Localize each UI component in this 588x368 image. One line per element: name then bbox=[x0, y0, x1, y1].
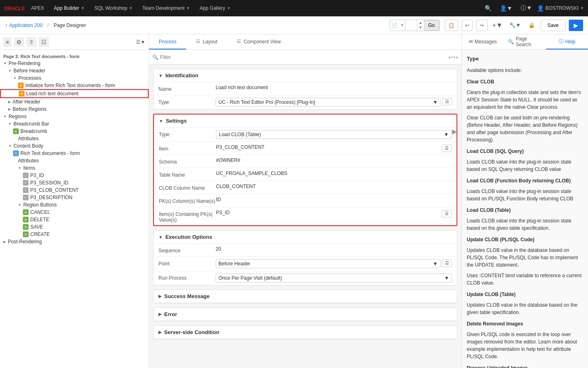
sidebar-item-post-rendering[interactable]: ▶ Post-Rendering bbox=[0, 238, 149, 245]
tab-messages[interactable]: ✉ Messages bbox=[462, 34, 504, 49]
sidebar-item-save[interactable]: B SAVE bbox=[0, 223, 149, 231]
sidebar-item-after-header[interactable]: ▶ After Header bbox=[0, 98, 149, 105]
clob-column-label: CLOB Column Name bbox=[159, 184, 216, 191]
success-message-header[interactable]: ▶ Success Message bbox=[154, 290, 457, 303]
run-process-label: Run Process bbox=[158, 274, 216, 281]
settings-type-select[interactable]: Load CLOB (Table) ▼ bbox=[216, 130, 452, 139]
go-button[interactable]: Go bbox=[424, 20, 439, 31]
type-list-button[interactable]: ☰ bbox=[442, 98, 452, 105]
sidebar-item-p3-session-id[interactable]: I P3_SESSION_ID bbox=[0, 179, 149, 186]
back-button[interactable]: ↑ Application 200 bbox=[5, 22, 42, 28]
load-table-text: Loads CLOB value into the plug-in sessio… bbox=[467, 217, 583, 232]
application-link[interactable]: Application 200 bbox=[9, 22, 42, 28]
undo-button[interactable]: ↩ bbox=[461, 20, 473, 31]
sql-workshop-nav[interactable]: SQL Workshop ▼ bbox=[90, 4, 137, 13]
settings-header[interactable]: ▼ Settings bbox=[154, 114, 457, 128]
sidebar-item-before-header[interactable]: ▼ Before Header bbox=[0, 67, 149, 74]
point-chevron: ▼ bbox=[433, 261, 438, 267]
sidebar-item-attributes2[interactable]: Attributes bbox=[0, 157, 149, 164]
redo-button[interactable]: ↪ bbox=[476, 20, 488, 31]
sidebar-item-attributes[interactable]: Attributes bbox=[0, 135, 149, 142]
sidebar-item-pre-rendering[interactable]: ▼ Pre-Rendering bbox=[0, 60, 149, 67]
after-header-chevron: ▶ bbox=[8, 100, 11, 104]
type-select[interactable]: UC - Rich Text Editor Pro (Process) [Plu… bbox=[216, 98, 441, 107]
messages-tab-icon: ✉ bbox=[469, 39, 473, 45]
identification-header[interactable]: ▼ Identification bbox=[154, 69, 457, 82]
sidebar-item-init-form[interactable]: P Initialize form Rich Text documents - … bbox=[0, 82, 149, 89]
save-button[interactable]: Save bbox=[541, 20, 566, 31]
region-buttons-label: Region Buttons bbox=[23, 202, 57, 208]
copy-page-button[interactable]: 📋 bbox=[445, 20, 458, 31]
search-icon[interactable]: 🔍 bbox=[481, 3, 495, 13]
run-process-row: Run Process Once Per Page Visit (default… bbox=[154, 271, 457, 285]
help-section-clear-clob-note: Clear CLOB can be used both on pre-rende… bbox=[467, 114, 583, 144]
sidebar-item-p3-clob-content[interactable]: I P3_CLOB_CONTENT bbox=[0, 186, 149, 194]
tree-view-button[interactable]: ≡ bbox=[3, 37, 11, 47]
server-side-condition-header[interactable]: ▶ Server-side Condition bbox=[154, 326, 457, 339]
run-button[interactable]: ▶ bbox=[569, 20, 583, 31]
sidebar-item-regions[interactable]: ▼ Regions bbox=[0, 113, 149, 120]
team-development-nav[interactable]: Team Development ▼ bbox=[138, 4, 194, 13]
clob-column-value: CLOB_CONTENT bbox=[216, 184, 452, 189]
filter-search-icon: 🔍 bbox=[152, 54, 158, 60]
page-down-arrow[interactable]: ▼ bbox=[418, 25, 423, 30]
page-number-input[interactable]: 3 bbox=[405, 20, 417, 31]
run-process-select[interactable]: Once Per Page Visit (default) ▼ bbox=[216, 274, 452, 283]
filter-input[interactable] bbox=[160, 54, 447, 60]
page-dropdown-chevron[interactable]: ▼ bbox=[400, 23, 404, 27]
success-toggle: ▶ bbox=[158, 294, 162, 299]
utilities-button[interactable]: 🔧▼ bbox=[508, 22, 523, 28]
error-header[interactable]: ▶ Error bbox=[154, 308, 457, 321]
help-icon[interactable]: ⓘ▼ bbox=[517, 3, 535, 13]
tree-options-button[interactable]: ☰▼ bbox=[136, 39, 145, 45]
settings-collapse-arrow[interactable]: ▶ bbox=[452, 128, 457, 135]
sidebar-item-breadcrumb[interactable]: B Breadcrumb bbox=[0, 128, 149, 135]
help-section-update-plsql: Update CLOB (PL/SQL Code) Updates CLOB v… bbox=[467, 236, 583, 269]
page-arrows[interactable]: ▲ ▼ bbox=[418, 20, 423, 30]
app-builder-nav[interactable]: App Builder ▼ bbox=[50, 4, 89, 13]
app-gallery-nav[interactable]: App Gallery ▼ bbox=[196, 4, 235, 13]
point-select[interactable]: Before Header ▼ bbox=[216, 259, 441, 268]
page-up-arrow[interactable]: ▲ bbox=[418, 20, 423, 25]
sidebar-item-cancel[interactable]: B CANCEL bbox=[0, 209, 149, 216]
sidebar-item-p3-id[interactable]: I P3_ID bbox=[0, 172, 149, 179]
save-label: SAVE bbox=[30, 224, 43, 230]
tab-layout[interactable]: ☷ Layout bbox=[186, 34, 227, 49]
sidebar-item-breadcrumb-bar[interactable]: ▼ Breadcrumb Bar bbox=[0, 120, 149, 128]
settings-section: ▼ Settings ▶ Type Load CLOB (Table) ▼ It… bbox=[153, 114, 457, 226]
user-menu[interactable]: 👤 BOSTROWSKI ▼ bbox=[537, 5, 584, 11]
tab-help[interactable]: ⓘ Help bbox=[546, 34, 588, 49]
user-icon[interactable]: 👤▼ bbox=[497, 3, 516, 13]
sql-workshop-chevron: ▼ bbox=[129, 6, 133, 10]
sidebar-item-processes[interactable]: ▼ Processes bbox=[0, 74, 149, 82]
sidebar-item-before-regions[interactable]: ▶ Before Regions bbox=[0, 105, 149, 113]
lock-button[interactable]: 🔒 bbox=[526, 22, 537, 28]
sidebar-item-load-rich[interactable]: P Load rich text document bbox=[0, 89, 149, 98]
point-list-button[interactable]: ☰ bbox=[442, 259, 452, 267]
sql-query-title: Load CLOB (SQL Query) bbox=[467, 148, 583, 155]
sidebar-item-delete[interactable]: B DELETE bbox=[0, 216, 149, 223]
item-list-button[interactable]: ☰ bbox=[442, 144, 452, 152]
tree-area: Page 3: Rich Text documents - form ▼ Pre… bbox=[0, 50, 149, 368]
tab-process[interactable]: Process bbox=[149, 34, 186, 49]
sidebar-item-items[interactable]: ▼ Items bbox=[0, 164, 149, 172]
tab-component-view[interactable]: ☷ Component View bbox=[227, 34, 290, 49]
update-plsql-text: Updates CLOB value in the database based… bbox=[467, 247, 583, 269]
components-button[interactable]: ⚙ bbox=[14, 37, 24, 47]
pk-values-label: Item(s) Containing PK(s) Value(s) bbox=[159, 210, 216, 223]
help-section-function-body: Load CLOB (Function Body returning CLOB)… bbox=[467, 177, 583, 202]
sidebar-item-p3-description[interactable]: I P3_DESCRIPTION bbox=[0, 194, 149, 201]
export-button[interactable]: ⇧ bbox=[27, 37, 36, 47]
sidebar-item-content-body[interactable]: ▼ Content Body bbox=[0, 142, 149, 150]
help-section-content-bind: Uses :CONTENT bind variable to reference… bbox=[467, 272, 583, 287]
execution-options-header[interactable]: ▼ Execution Options bbox=[154, 231, 457, 244]
grid-button[interactable]: ☷ bbox=[39, 37, 49, 47]
tab-page-search[interactable]: 🔍 Page Search bbox=[504, 34, 546, 49]
filter-actions-icon[interactable]: ↩↪ bbox=[448, 54, 458, 61]
add-component-button[interactable]: +▼ bbox=[491, 22, 504, 29]
sidebar-item-rich-text-region[interactable]: R Rich Text documents - form bbox=[0, 150, 149, 157]
pk-values-list-button[interactable]: ☰ bbox=[442, 210, 452, 218]
before-header-label: Before Header bbox=[13, 68, 45, 74]
sidebar-item-create[interactable]: B CREATE bbox=[0, 231, 149, 238]
sidebar-item-region-buttons[interactable]: ▼ Region Buttons bbox=[0, 201, 149, 209]
